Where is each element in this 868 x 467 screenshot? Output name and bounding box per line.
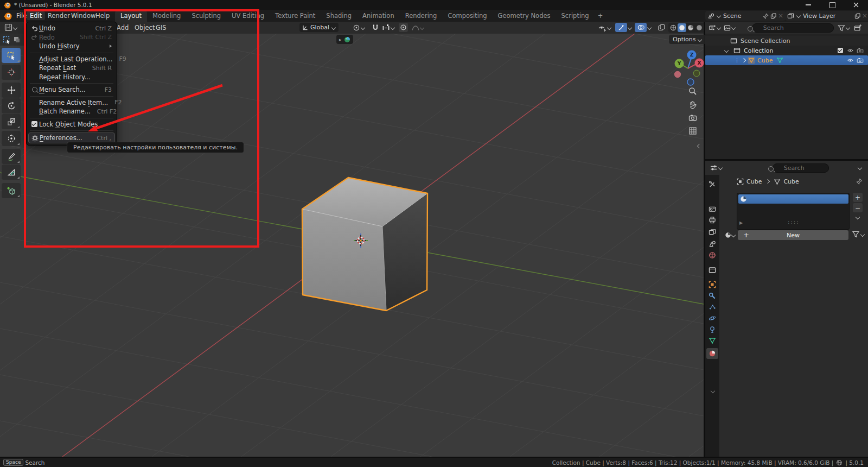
show-gizmo-toggle[interactable] [615, 23, 627, 32]
link-material-button[interactable] [852, 230, 865, 238]
object-visibility-dropdown[interactable] [597, 23, 613, 32]
zoom-button[interactable] [688, 87, 697, 96]
unlink-icon[interactable]: × [862, 12, 867, 20]
menu-item-undo-history[interactable]: Undo History [27, 42, 117, 51]
outliner-row-cube[interactable]: ┆ Cube [705, 55, 868, 65]
menu-gis[interactable]: GIS [152, 22, 170, 34]
tab-physics[interactable] [706, 313, 718, 324]
new-collection-button[interactable] [854, 24, 862, 31]
toggle-perspective-button[interactable] [688, 127, 697, 135]
chevron-down-icon[interactable] [628, 25, 632, 29]
tab-geometry-nodes[interactable]: Geometry Nodes [493, 10, 556, 22]
breadcrumb-object[interactable]: Cube [746, 178, 762, 185]
close-button[interactable] [844, 0, 868, 10]
shading-wireframe-button[interactable] [669, 23, 678, 32]
menu-item-redo[interactable]: Redo Shift Ctrl Z [27, 33, 117, 42]
proportional-falloff-dropdown[interactable] [411, 23, 426, 32]
outliner-display-mode[interactable] [709, 24, 722, 31]
navigation-gizmo[interactable]: Z X Y [661, 48, 704, 87]
snap-toggle[interactable] [371, 23, 380, 32]
breadcrumb-data[interactable]: Cube [783, 178, 799, 185]
tab-animation[interactable]: Animation [357, 10, 400, 22]
tab-world[interactable] [706, 250, 718, 261]
tab-sculpting[interactable]: Sculpting [186, 10, 226, 22]
scene-selector[interactable]: Scene × [705, 11, 786, 21]
tab-object-data[interactable] [706, 335, 718, 346]
material-slot-active[interactable] [738, 194, 848, 204]
camera-view-button[interactable] [688, 113, 697, 122]
properties-editor-type[interactable] [710, 164, 723, 172]
snap-target-dropdown[interactable] [381, 23, 397, 32]
duplicate-icon[interactable] [854, 13, 860, 19]
chevron-down-icon[interactable] [858, 166, 862, 170]
tool-measure[interactable] [2, 165, 21, 180]
camera-icon[interactable] [857, 57, 864, 64]
options-button[interactable]: Options [669, 35, 706, 44]
view-layer-selector[interactable]: View Layer × [785, 11, 868, 21]
menu-item-undo[interactable]: Undo Ctrl Z [27, 24, 117, 33]
tab-modeling[interactable]: Modeling [147, 10, 186, 22]
eye-icon[interactable] [847, 47, 854, 54]
tab-compositing[interactable]: Compositing [442, 10, 492, 22]
menu-item-repeat-last[interactable]: Repeat Last Shift R [27, 64, 117, 73]
tab-uv-editing[interactable]: UV Editing [226, 10, 270, 22]
add-slot-button[interactable]: + [853, 193, 863, 202]
transform-orientation-dropdown[interactable]: Global [299, 23, 339, 32]
tab-scripting[interactable]: Scripting [556, 10, 595, 22]
tool-cursor[interactable] [2, 65, 21, 80]
tab-particles[interactable] [706, 301, 718, 312]
tool-add-cube[interactable] [2, 183, 21, 198]
tab-texture-paint[interactable]: Texture Paint [270, 10, 321, 22]
tab-shading[interactable]: Shading [321, 10, 357, 22]
minimize-button[interactable] [796, 0, 820, 10]
chevron-down-icon[interactable] [647, 25, 652, 29]
menu-item-batch-rename[interactable]: Batch Rename... Ctrl F2 [27, 107, 117, 116]
editor-type-button[interactable] [3, 23, 19, 32]
menu-item-adjust-last-operation[interactable]: Adjust Last Operation... F9 [27, 55, 117, 64]
shading-solid-button[interactable] [678, 23, 686, 32]
duplicate-icon[interactable] [770, 13, 776, 19]
outliner-search-input[interactable] [752, 23, 834, 33]
tab-constraints[interactable] [706, 324, 718, 335]
eye-icon[interactable] [847, 57, 854, 64]
tool-rotate[interactable] [2, 98, 21, 113]
camera-icon[interactable] [857, 47, 864, 54]
pin-icon[interactable] [763, 13, 769, 19]
tab-output[interactable] [706, 214, 718, 225]
pan-button[interactable] [688, 100, 697, 109]
menu-item-lock-object-modes[interactable]: Lock Object Modes [27, 120, 117, 129]
outliner-row-scene-collection[interactable]: Scene Collection [705, 36, 868, 46]
menu-item-rename-active-item[interactable]: Rename Active Item... F2 [27, 98, 117, 108]
unlink-icon[interactable]: × [778, 12, 783, 20]
tool-annotate[interactable] [2, 149, 21, 164]
select-mode-extend-icon[interactable] [13, 36, 21, 43]
xray-toggle[interactable] [656, 23, 667, 32]
outliner-filter-id-type[interactable] [724, 24, 736, 31]
outliner-filter-button[interactable] [838, 24, 851, 31]
menu-edit[interactable]: Edit [27, 11, 45, 20]
tab-modifiers[interactable] [706, 291, 718, 301]
browse-material-button[interactable] [723, 230, 737, 240]
collapse-icon[interactable] [724, 48, 729, 53]
pivot-point-dropdown[interactable] [352, 23, 367, 32]
tab-rendering[interactable]: Rendering [400, 10, 443, 22]
resize-grip-icon[interactable]: :::: [787, 219, 799, 225]
outliner-row-collection[interactable]: Collection [705, 46, 868, 55]
collection-checkbox[interactable] [838, 48, 843, 53]
show-overlays-toggle[interactable] [635, 23, 647, 32]
redo-panel-collapsed[interactable]: ▸ [336, 35, 353, 44]
tool-transform[interactable] [2, 131, 21, 146]
tab-render[interactable] [706, 204, 718, 214]
blender-logo-icon[interactable] [4, 12, 12, 20]
tabs-overflow-icon[interactable] [711, 389, 715, 393]
tab-material[interactable] [706, 348, 718, 359]
tool-select-box[interactable] [2, 48, 21, 63]
shading-material-button[interactable] [686, 23, 695, 32]
menu-item-menu-search[interactable]: Menu Search... F3 [27, 85, 117, 94]
tab-tool[interactable] [706, 179, 718, 190]
expand-icon[interactable] [742, 58, 746, 62]
tab-scene[interactable] [706, 238, 718, 249]
slot-specials-button[interactable] [855, 216, 860, 219]
slot-list-expand-icon[interactable]: ▶ [739, 220, 743, 225]
new-material-button[interactable]: + New [738, 230, 848, 240]
